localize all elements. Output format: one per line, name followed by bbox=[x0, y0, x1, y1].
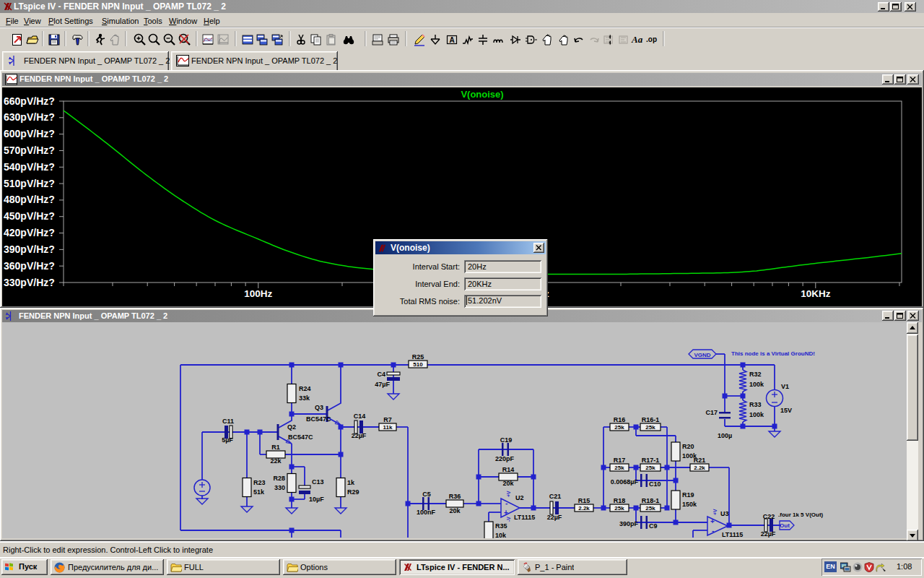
svg-text:660pV/Hz?: 660pV/Hz? bbox=[4, 95, 55, 107]
svg-text:Out: Out bbox=[780, 522, 790, 529]
svg-text:100k: 100k bbox=[749, 381, 764, 388]
svg-text:11k: 11k bbox=[383, 424, 393, 431]
svg-text:22k: 22k bbox=[270, 457, 282, 465]
svg-text:Aa: Aa bbox=[631, 34, 643, 45]
svg-text:BC547C: BC547C bbox=[288, 434, 313, 441]
svg-text:630pV/Hz?: 630pV/Hz? bbox=[4, 111, 55, 123]
svg-text:R29: R29 bbox=[347, 488, 359, 496]
svg-text:25k: 25k bbox=[645, 505, 655, 512]
svg-text:22µF: 22µF bbox=[352, 432, 367, 439]
svg-text:10KHz: 10KHz bbox=[801, 288, 831, 299]
svg-text:51k: 51k bbox=[253, 488, 265, 496]
svg-text:330: 330 bbox=[274, 484, 285, 491]
svg-text:22µF: 22µF bbox=[761, 530, 776, 538]
svg-text:C11: C11 bbox=[222, 418, 234, 425]
svg-text:R20: R20 bbox=[682, 443, 694, 450]
svg-text:+: + bbox=[710, 517, 715, 525]
svg-text:Q3: Q3 bbox=[315, 404, 323, 411]
svg-text:R18-1: R18-1 bbox=[642, 497, 660, 504]
svg-text:2.2k: 2.2k bbox=[578, 505, 590, 512]
svg-text:C17: C17 bbox=[705, 409, 718, 416]
svg-text:570pV/Hz?: 570pV/Hz? bbox=[4, 144, 55, 156]
svg-text:100µ: 100µ bbox=[718, 432, 732, 439]
svg-text:25k: 25k bbox=[614, 424, 624, 431]
svg-text:C19: C19 bbox=[500, 436, 513, 444]
svg-text:R25: R25 bbox=[412, 353, 424, 361]
svg-text:25k: 25k bbox=[645, 424, 655, 431]
svg-text:R33: R33 bbox=[749, 401, 762, 408]
svg-text:R7: R7 bbox=[383, 416, 392, 423]
svg-text:R17: R17 bbox=[614, 457, 626, 464]
svg-text:R18: R18 bbox=[614, 497, 626, 504]
svg-text:10k: 10k bbox=[495, 532, 507, 538]
svg-text:20k: 20k bbox=[449, 507, 461, 514]
svg-text:33k: 33k bbox=[299, 394, 310, 402]
svg-text:5µF: 5µF bbox=[222, 436, 233, 444]
svg-text:390pV/Hz?: 390pV/Hz? bbox=[4, 243, 55, 255]
svg-text:2.2k: 2.2k bbox=[694, 465, 705, 471]
svg-text:U2: U2 bbox=[515, 494, 524, 501]
svg-text:47µF: 47µF bbox=[375, 381, 390, 388]
svg-text:100nF: 100nF bbox=[417, 509, 436, 516]
svg-text:25k: 25k bbox=[614, 465, 624, 471]
svg-text:R28: R28 bbox=[273, 475, 285, 482]
svg-text:-: - bbox=[505, 499, 507, 507]
svg-text:LT1115: LT1115 bbox=[514, 514, 535, 521]
svg-text:22µF: 22µF bbox=[547, 514, 562, 521]
svg-text:.four 1k 5 V(Out): .four 1k 5 V(Out) bbox=[778, 512, 824, 518]
svg-text:510: 510 bbox=[413, 361, 423, 368]
svg-text:BC547C: BC547C bbox=[306, 415, 331, 423]
svg-text:+: + bbox=[504, 509, 508, 517]
svg-text:R21: R21 bbox=[694, 457, 706, 464]
svg-text:R1: R1 bbox=[271, 444, 280, 451]
svg-text:R24: R24 bbox=[299, 385, 311, 392]
svg-text:R36: R36 bbox=[449, 493, 461, 500]
svg-text:450pV/Hz?: 450pV/Hz? bbox=[4, 210, 55, 222]
svg-text:R32: R32 bbox=[749, 371, 762, 378]
svg-text:R15: R15 bbox=[578, 497, 590, 504]
svg-text:600pV/Hz?: 600pV/Hz? bbox=[4, 128, 55, 139]
svg-text:R17-1: R17-1 bbox=[642, 457, 660, 464]
svg-text:C22: C22 bbox=[763, 513, 775, 520]
svg-text:R19: R19 bbox=[682, 491, 694, 499]
svg-text:220pF: 220pF bbox=[495, 455, 515, 462]
svg-text:C9: C9 bbox=[649, 522, 658, 530]
svg-text:330pV/Hz?: 330pV/Hz? bbox=[4, 277, 55, 288]
svg-text:U3: U3 bbox=[720, 510, 729, 517]
svg-text:LT1115: LT1115 bbox=[722, 531, 743, 538]
svg-text:-V: -V bbox=[506, 517, 511, 522]
svg-text:R16-1: R16-1 bbox=[642, 416, 660, 423]
svg-text:480pV/Hz?: 480pV/Hz? bbox=[4, 194, 55, 205]
svg-text:510pV/Hz?: 510pV/Hz? bbox=[4, 178, 55, 189]
svg-text:R23: R23 bbox=[253, 479, 266, 486]
svg-text:R14: R14 bbox=[502, 466, 515, 473]
svg-text:390pF: 390pF bbox=[619, 520, 639, 527]
svg-text:25k: 25k bbox=[645, 465, 655, 471]
svg-text:20k: 20k bbox=[502, 480, 514, 487]
svg-text:+V: +V bbox=[712, 509, 718, 515]
svg-text:+V: +V bbox=[506, 491, 511, 497]
svg-text:C10: C10 bbox=[649, 480, 661, 488]
svg-text:Q2: Q2 bbox=[287, 423, 296, 431]
svg-text:100Hz: 100Hz bbox=[244, 288, 272, 299]
svg-text:25k: 25k bbox=[614, 505, 624, 512]
svg-text:VGND: VGND bbox=[694, 352, 710, 358]
svg-text:.op: .op bbox=[646, 35, 657, 43]
svg-text:100k: 100k bbox=[749, 411, 764, 418]
svg-text:R35: R35 bbox=[495, 522, 507, 530]
svg-text:C21: C21 bbox=[549, 493, 562, 500]
svg-text:V1: V1 bbox=[781, 383, 789, 390]
svg-text:C5: C5 bbox=[422, 491, 431, 498]
svg-text:10µF: 10µF bbox=[309, 496, 324, 503]
svg-text:A: A bbox=[449, 36, 454, 44]
svg-text:C4: C4 bbox=[377, 371, 385, 378]
svg-text:0.0068µF: 0.0068µF bbox=[611, 478, 639, 486]
svg-text:150k: 150k bbox=[682, 501, 697, 508]
svg-text:1k: 1k bbox=[347, 479, 355, 486]
svg-text:R16: R16 bbox=[614, 416, 626, 423]
svg-text:C14: C14 bbox=[354, 413, 366, 420]
svg-text:540pV/Hz?: 540pV/Hz? bbox=[4, 161, 55, 173]
svg-text:This node is a Virtual GrouND!: This node is a Virtual GrouND! bbox=[731, 350, 815, 357]
svg-text:15V: 15V bbox=[780, 407, 792, 414]
svg-text:420pV/Hz?: 420pV/Hz? bbox=[4, 227, 55, 238]
